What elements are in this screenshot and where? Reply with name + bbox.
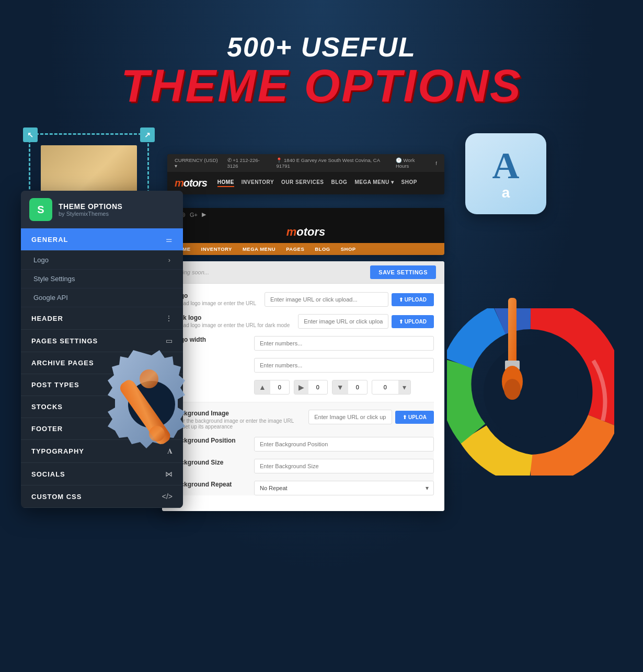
motors-navbar-1: CURRENCY (USD) ▾ ✆ +1 212-226-3126 📍 184… bbox=[167, 154, 444, 194]
save-settings-button[interactable]: SAVE SETTINGS bbox=[370, 265, 436, 279]
svg-point-3 bbox=[149, 426, 165, 442]
bg-image-upload-button[interactable]: ⬆ UPLOA bbox=[395, 411, 434, 424]
theme-logo-icon: S bbox=[29, 198, 52, 221]
logo-width-input[interactable] bbox=[254, 336, 434, 351]
header-title: THEME OPTIONS bbox=[0, 63, 643, 109]
theme-panel-title: THEME OPTIONS bbox=[59, 202, 122, 211]
motors-navbar-2: f ◎ G+ ▶ motors HOME INVENTORY MEGA MENU… bbox=[167, 208, 444, 255]
spinner-extra: ▾ bbox=[372, 380, 411, 395]
spinner-down-input[interactable] bbox=[348, 381, 367, 393]
resize-handle-tr[interactable]: ↗ bbox=[140, 128, 155, 142]
dark-logo-label-title: Dark logo bbox=[173, 314, 290, 321]
spinner-right: ▶ bbox=[294, 380, 328, 395]
dark-logo-upload-button[interactable]: ⬆ UPLOAD bbox=[392, 315, 434, 328]
motors-main-nav: motors HOME INVENTORY OUR SERVICES BLOG … bbox=[167, 172, 444, 194]
code-icon: </> bbox=[162, 492, 173, 501]
spinner-extra-input[interactable] bbox=[372, 381, 398, 393]
spinner-right-btn[interactable]: ▶ bbox=[294, 380, 308, 394]
filter-icon: ⚌ bbox=[166, 235, 173, 244]
svg-point-8 bbox=[504, 379, 521, 400]
motors2-logo-bar: motors bbox=[167, 221, 444, 243]
header-section: 500+ USEFUL THEME OPTIONS bbox=[0, 31, 643, 109]
settings-topbar: Coming soon... SAVE SETTINGS bbox=[162, 261, 444, 284]
svg-point-2 bbox=[140, 369, 158, 388]
paint-brush bbox=[486, 298, 538, 402]
theme-panel-subtitle: by StylemixThemes bbox=[59, 211, 122, 217]
logo-url-input[interactable] bbox=[265, 292, 388, 307]
gear-icon bbox=[68, 324, 235, 491]
logo-label-desc: Upload logo image or enter the URL bbox=[173, 300, 256, 306]
logo-label-title: Logo bbox=[173, 292, 256, 299]
logo-upload-button[interactable]: ⬆ UPLOAD bbox=[392, 293, 434, 306]
theme-panel-header: S THEME OPTIONS by StylemixThemes bbox=[21, 191, 183, 228]
motors-topbar: CURRENCY (USD) ▾ ✆ +1 212-226-3126 📍 184… bbox=[167, 154, 444, 172]
header-subtitle: 500+ USEFUL bbox=[0, 31, 643, 63]
svg-rect-5 bbox=[508, 298, 516, 366]
bg-image-url-input[interactable] bbox=[308, 410, 392, 424]
spinner-up: ▲ bbox=[254, 380, 290, 395]
menu-sub-style[interactable]: Style Settings bbox=[21, 270, 183, 288]
spinner-up-input[interactable] bbox=[270, 381, 289, 393]
menu-sub-logo[interactable]: Logo › bbox=[21, 251, 183, 270]
bg-repeat-select-wrapper: No Repeat Repeat Repeat X Repeat Y bbox=[254, 481, 434, 495]
dark-logo-url-input[interactable] bbox=[298, 314, 388, 329]
spinner-down: ▼ bbox=[332, 380, 368, 395]
font-icon: A a bbox=[465, 133, 546, 214]
spinner-up-btn[interactable]: ▲ bbox=[255, 380, 270, 394]
font-letter-a: A bbox=[492, 147, 520, 184]
spinner-right-input[interactable] bbox=[308, 381, 327, 393]
spinner-down-btn[interactable]: ▼ bbox=[332, 380, 348, 394]
menu-item-general[interactable]: GENERAL ⚌ bbox=[21, 228, 183, 251]
bg-repeat-select[interactable]: No Repeat Repeat Repeat X Repeat Y bbox=[254, 481, 434, 495]
motors-logo-2: motors bbox=[286, 225, 326, 239]
motors-logo-1: motors bbox=[175, 177, 207, 189]
logo-height-input[interactable] bbox=[254, 358, 434, 373]
font-letter-small-a: a bbox=[492, 184, 520, 201]
spinners-row: ▲ ▶ ▼ ▾ bbox=[254, 380, 434, 395]
motors-nav-links-1: HOME INVENTORY OUR SERVICES BLOG MEGA ME… bbox=[217, 179, 417, 187]
settings-row-logo-height bbox=[254, 358, 434, 373]
bg-position-input[interactable] bbox=[254, 437, 434, 451]
resize-handle-tl[interactable]: ↖ bbox=[23, 128, 38, 142]
menu-sub-google[interactable]: Google API bbox=[21, 288, 183, 307]
motors2-nav-links: HOME INVENTORY MEGA MENU PAGES BLOG SHOP bbox=[167, 243, 444, 255]
motors2-social-bar: f ◎ G+ ▶ bbox=[167, 208, 444, 221]
dots-icon: ⋮ bbox=[165, 314, 173, 322]
settings-row-logo: Logo Upload logo image or enter the URL … bbox=[173, 292, 434, 307]
bg-size-input[interactable] bbox=[254, 459, 434, 473]
spinner-extra-dropdown[interactable]: ▾ bbox=[398, 380, 410, 394]
